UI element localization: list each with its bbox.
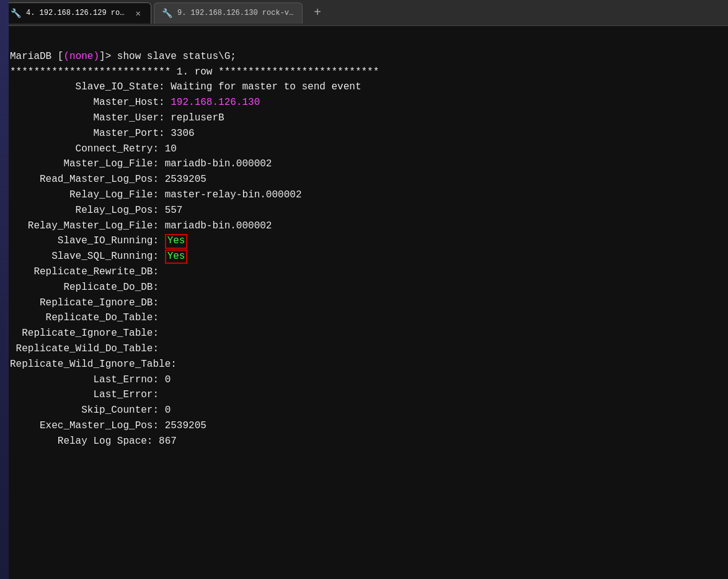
field-exec-master-log-pos: Exec_Master_Log_Pos: 2539205 [10,420,206,431]
field-skip-counter: Skip_Counter: 0 [10,405,171,416]
slave-sql-running-box: Yes [165,249,188,264]
separator-line: *************************** 1. row *****… [10,66,379,78]
tab-1-label: 4. 192.168.126.129 rock-vmwarestat [26,9,128,17]
tab-bar: 🔧 4. 192.168.126.129 rock-vmwarestat ✕ 🔧… [0,0,728,26]
prompt-mariadb: MariaDB [ [10,51,63,62]
tab-1-icon: 🔧 [11,8,21,19]
field-slave-io-running: Slave_IO_Running: Yes [10,235,187,246]
field-master-log-file: Master_Log_File: mariadb-bin.000002 [10,158,272,169]
field-slave-io-state: Slave_IO_State: Waiting for master to se… [10,81,362,92]
field-relay-master-log-file: Relay_Master_Log_File: mariadb-bin.00000… [10,220,272,231]
field-relay-log-space: Relay Log Space: 867 [10,436,177,447]
tab-2-label: 9. 192.168.126.130 rock-vmwarestatio [177,9,295,17]
field-replicate-wild-ignore-table: Replicate_Wild_Ignore_Table: [10,359,182,370]
prompt-none: (none) [63,51,99,62]
slave-sql-running-value: Yes [167,251,185,262]
field-relay-log-pos: Relay_Log_Pos: 557 [10,205,182,216]
field-connect-retry: Connect_Retry: 10 [10,143,177,155]
prompt-command: ]> show slave status\G; [99,51,236,62]
slave-io-running-value: Yes [167,235,185,246]
field-read-master-log-pos: Read_Master_Log_Pos: 2539205 [10,174,206,185]
tab-2[interactable]: 🔧 9. 192.168.126.130 rock-vmwarestatio [154,2,303,24]
field-replicate-do-db: Replicate_Do_DB: [10,282,165,293]
field-relay-log-file: Relay_Log_File: master-relay-bin.000002 [10,189,301,200]
field-master-host: Master_Host: 192.168.126.130 [10,97,260,108]
prompt-line: MariaDB [(none)]> show slave status\G; [10,51,236,62]
slave-io-running-box: Yes [165,234,188,248]
tab-1[interactable]: 🔧 4. 192.168.126.129 rock-vmwarestat ✕ [2,2,151,24]
field-replicate-wild-do-table: Replicate_Wild_Do_Table: [10,343,165,354]
field-master-user: Master_User: repluserB [10,112,224,123]
new-tab-button[interactable]: + [308,3,327,23]
field-slave-sql-running: Slave_SQL_Running: Yes [10,251,187,262]
field-replicate-rewrite-db: Replicate_Rewrite_DB: [10,266,165,277]
field-replicate-do-table: Replicate_Do_Table: [10,312,165,323]
tab-2-icon: 🔧 [162,8,172,19]
field-replicate-ignore-table: Replicate_Ignore_Table: [10,328,165,339]
field-replicate-ignore-db: Replicate_Ignore_DB: [10,297,165,308]
terminal-output: MariaDB [(none)]> show slave status\G; *… [0,26,728,579]
field-last-error: Last_Error: [10,389,165,400]
left-decoration-bar [0,0,9,579]
field-last-errno: Last_Errno: 0 [10,374,171,385]
master-host-value: 192.168.126.130 [171,97,260,108]
tab-1-close[interactable]: ✕ [133,7,143,20]
field-master-port: Master_Port: 3306 [10,128,195,139]
